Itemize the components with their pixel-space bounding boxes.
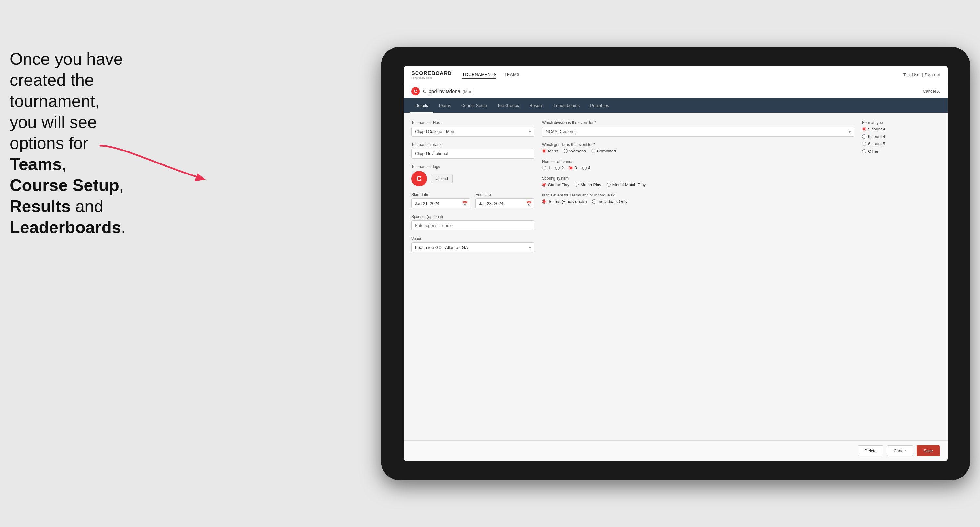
tournament-host-select-wrapper: Clippd College - Men xyxy=(411,127,535,137)
tournament-host-field: Tournament Host Clippd College - Men xyxy=(411,121,535,137)
sponsor-input[interactable] xyxy=(411,221,535,230)
tablet-screen: SCOREBOARD Powered by clippd TOURNAMENTS… xyxy=(404,66,948,461)
left-text-overlay: Once you have created the tournament, yo… xyxy=(0,42,149,244)
user-area[interactable]: Test User | Sign out xyxy=(903,73,940,77)
tab-teams[interactable]: Teams xyxy=(433,98,456,113)
scoring-stroke-label: Stroke Play xyxy=(548,182,570,187)
nav-tournaments[interactable]: TOURNAMENTS xyxy=(463,71,497,79)
format-6count4-label: 6 count 4 xyxy=(868,134,885,139)
venue-label: Venue xyxy=(411,236,535,241)
gender-womens-option[interactable]: Womens xyxy=(563,149,586,154)
end-date-input[interactable] xyxy=(476,198,535,208)
rounds-label: Number of rounds xyxy=(542,159,854,164)
teams-plus-individuals-label: Teams (+Individuals) xyxy=(548,199,587,204)
form-right-column: Format type 5 count 4 6 count 4 6 cou xyxy=(862,121,940,432)
division-field: Which division is the event for? NCAA Di… xyxy=(542,121,854,137)
gender-womens-label: Womens xyxy=(570,149,586,154)
tournament-name-input[interactable] xyxy=(411,149,535,159)
footer-bar: Delete Cancel Save xyxy=(404,440,948,461)
tab-results[interactable]: Results xyxy=(524,98,549,113)
scoring-match-option[interactable]: Match Play xyxy=(574,182,601,187)
tournament-title: Clippd Invitational (Men) xyxy=(423,88,923,94)
tab-bar: Details Teams Course Setup Tee Groups Re… xyxy=(404,98,948,113)
scoring-stroke-option[interactable]: Stroke Play xyxy=(542,182,570,187)
scoring-medal-match-label: Medal Match Play xyxy=(612,182,646,187)
tab-leaderboards[interactable]: Leaderboards xyxy=(549,98,585,113)
tournament-host-label: Tournament Host xyxy=(411,121,535,125)
logo-title: SCOREBOARD xyxy=(411,71,452,76)
format-type-label: Format type xyxy=(862,121,940,125)
tab-printables[interactable]: Printables xyxy=(585,98,614,113)
logo-subtitle: Powered by clippd xyxy=(411,76,452,79)
tournament-name-label: Tournament name xyxy=(411,143,535,147)
teams-plus-individuals-option[interactable]: Teams (+Individuals) xyxy=(542,199,587,204)
format-5count4-label: 5 count 4 xyxy=(868,127,885,132)
sponsor-label: Sponsor (optional) xyxy=(411,214,535,219)
scoring-label: Scoring system xyxy=(542,176,854,181)
tab-details[interactable]: Details xyxy=(410,98,433,113)
svg-marker-0 xyxy=(194,173,206,181)
venue-select[interactable]: Peachtree GC - Atlanta - GA xyxy=(411,243,535,252)
individuals-only-label: Individuals Only xyxy=(598,199,628,204)
logo-upload-area: C Upload xyxy=(411,171,535,186)
top-navigation: SCOREBOARD Powered by clippd TOURNAMENTS… xyxy=(404,66,948,84)
gender-label: Which gender is the event for? xyxy=(542,143,854,147)
format-other-option[interactable]: Other xyxy=(862,149,940,154)
individuals-only-option[interactable]: Individuals Only xyxy=(592,199,628,204)
form-left-column: Tournament Host Clippd College - Men Tou… xyxy=(411,121,535,432)
nav-links: TOURNAMENTS TEAMS xyxy=(463,71,903,79)
scoring-radio-group: Stroke Play Match Play Medal Match Play xyxy=(542,182,854,187)
division-label: Which division is the event for? xyxy=(542,121,854,125)
venue-select-wrapper: Peachtree GC - Atlanta - GA xyxy=(411,243,535,252)
rounds-3-option[interactable]: 3 xyxy=(569,165,577,170)
format-type-field: Format type 5 count 4 6 count 4 6 cou xyxy=(862,121,940,154)
format-6count5-option[interactable]: 6 count 5 xyxy=(862,141,940,146)
format-other-label: Other xyxy=(868,149,879,154)
rounds-1-label: 1 xyxy=(548,165,550,170)
gender-radio-group: Mens Womens Combined xyxy=(542,149,854,154)
end-date-wrapper: 📅 xyxy=(476,198,535,208)
save-button[interactable]: Save xyxy=(916,445,940,456)
tournament-back-button[interactable]: C xyxy=(411,87,420,95)
scoring-medal-match-option[interactable]: Medal Match Play xyxy=(606,182,646,187)
nav-teams[interactable]: TEAMS xyxy=(504,71,519,79)
division-select-wrapper: NCAA Division III xyxy=(542,127,854,137)
gender-mens-option[interactable]: Mens xyxy=(542,149,558,154)
tournament-logo-label: Tournament logo xyxy=(411,164,535,169)
gender-combined-option[interactable]: Combined xyxy=(591,149,616,154)
form-middle-column: Which division is the event for? NCAA Di… xyxy=(542,121,854,432)
rounds-radio-group: 1 2 3 4 xyxy=(542,165,854,170)
format-5count4-option[interactable]: 5 count 4 xyxy=(862,127,940,132)
tab-course-setup[interactable]: Course Setup xyxy=(456,98,492,113)
tab-tee-groups[interactable]: Tee Groups xyxy=(492,98,524,113)
gender-combined-label: Combined xyxy=(597,149,616,154)
tournament-header: C Clippd Invitational (Men) Cancel X xyxy=(404,84,948,98)
tournament-logo-field: Tournament logo C Upload xyxy=(411,164,535,186)
delete-button[interactable]: Delete xyxy=(858,445,883,456)
end-date-field: End date 📅 xyxy=(476,192,535,208)
tournament-host-select[interactable]: Clippd College - Men xyxy=(411,127,535,137)
cancel-button[interactable]: Cancel xyxy=(887,445,913,456)
rounds-4-option[interactable]: 4 xyxy=(582,165,590,170)
rounds-2-label: 2 xyxy=(561,165,563,170)
cancel-header-button[interactable]: Cancel X xyxy=(923,89,940,94)
upload-button[interactable]: Upload xyxy=(431,174,453,183)
teams-individuals-label: Is this event for Teams and/or Individua… xyxy=(542,193,854,197)
start-date-wrapper: 📅 xyxy=(411,198,470,208)
division-select[interactable]: NCAA Division III xyxy=(542,127,854,137)
start-date-label: Start date xyxy=(411,192,470,197)
gender-field: Which gender is the event for? Mens Wome… xyxy=(542,143,854,154)
rounds-2-option[interactable]: 2 xyxy=(555,165,563,170)
format-options: 5 count 4 6 count 4 6 count 5 Other xyxy=(862,127,940,154)
rounds-1-option[interactable]: 1 xyxy=(542,165,550,170)
tournament-name-field: Tournament name xyxy=(411,143,535,159)
rounds-field: Number of rounds 1 2 3 xyxy=(542,159,854,170)
rounds-3-label: 3 xyxy=(574,165,577,170)
format-6count4-option[interactable]: 6 count 4 xyxy=(862,134,940,139)
main-content: Tournament Host Clippd College - Men Tou… xyxy=(404,113,948,440)
start-date-input[interactable] xyxy=(411,198,470,208)
sponsor-field: Sponsor (optional) xyxy=(411,214,535,230)
teams-individuals-field: Is this event for Teams and/or Individua… xyxy=(542,193,854,204)
format-6count5-label: 6 count 5 xyxy=(868,141,885,146)
logo-circle: C xyxy=(411,171,427,186)
